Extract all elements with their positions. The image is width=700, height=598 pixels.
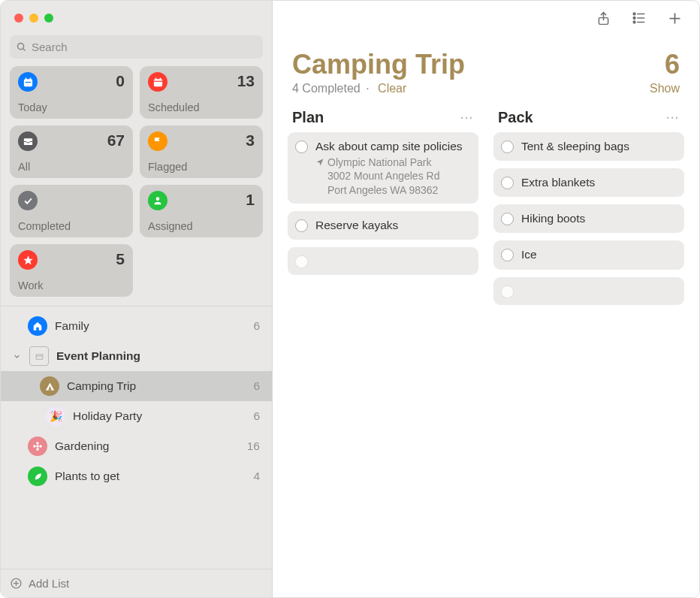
new-reminder-placeholder[interactable] <box>493 277 684 305</box>
checkmark-icon <box>18 191 38 210</box>
chevron-down-icon <box>11 352 22 361</box>
window-controls <box>1 1 272 31</box>
svg-point-0 <box>18 44 24 50</box>
svg-line-1 <box>23 49 26 51</box>
sidebar: 0 Today 13 Scheduled 67 <box>1 1 273 597</box>
svg-rect-7 <box>155 77 156 80</box>
list-label: Plants to get <box>55 470 246 483</box>
calendar-today-icon <box>18 72 38 92</box>
svg-point-10 <box>156 197 160 201</box>
smart-all[interactable]: 67 All <box>10 125 133 178</box>
svg-point-15 <box>36 442 39 445</box>
smart-scheduled[interactable]: 13 Scheduled <box>140 66 263 119</box>
plus-circle-icon <box>10 577 23 590</box>
complete-toggle <box>501 285 514 298</box>
reminder-item[interactable]: Hiking boots <box>493 204 684 233</box>
smart-today-label: Today <box>18 101 125 113</box>
flower-icon <box>28 436 47 456</box>
main-content: Camping Trip 6 4 Completed · Clear Show … <box>273 1 699 597</box>
smart-lists: 0 Today 13 Scheduled 67 <box>1 66 272 306</box>
my-lists: Family 6 Event Planning Camping Trip 6 <box>1 306 272 569</box>
smart-flagged[interactable]: 3 Flagged <box>140 125 263 178</box>
reminder-item[interactable]: Ask about camp site policies Olympic Nat… <box>288 132 478 204</box>
reminder-title: Ask about camp site policies <box>315 139 469 154</box>
smart-assigned[interactable]: 1 Assigned <box>140 185 263 237</box>
section-plan: Plan ··· Ask about camp site policies <box>288 109 478 305</box>
smart-all-label: All <box>18 161 125 173</box>
smart-completed[interactable]: Completed <box>10 185 133 237</box>
add-list-button[interactable]: Add List <box>1 569 272 597</box>
list-holiday-party[interactable]: 🎉 Holiday Party 6 <box>1 401 272 431</box>
section-menu-button[interactable]: ··· <box>666 112 680 124</box>
list-gardening[interactable]: Gardening 16 <box>1 431 272 461</box>
smart-flagged-label: Flagged <box>148 161 255 173</box>
smart-scheduled-count: 13 <box>237 72 255 90</box>
reminder-title: Extra blankets <box>521 175 675 190</box>
completed-count-label: 4 Completed <box>292 82 361 95</box>
person-icon <box>148 191 167 210</box>
svg-rect-5 <box>25 81 31 82</box>
smart-all-count: 67 <box>107 131 125 150</box>
show-completed-button[interactable]: Show <box>650 82 680 95</box>
reminder-item[interactable]: Ice <box>493 240 684 269</box>
smart-assigned-label: Assigned <box>148 220 255 232</box>
list-header: Camping Trip 6 4 Completed · Clear Show <box>273 35 699 97</box>
list-title: Camping Trip <box>292 49 465 80</box>
complete-toggle[interactable] <box>295 140 308 153</box>
location-icon <box>315 156 324 197</box>
separator-dot: · <box>366 82 369 95</box>
svg-point-23 <box>633 13 635 15</box>
view-options-button[interactable] <box>631 10 647 26</box>
group-label: Event Planning <box>56 349 260 363</box>
reminder-location: Olympic National Park 3002 Mount Angeles… <box>315 156 469 197</box>
location-name: Olympic National Park <box>327 156 439 169</box>
list-count: 6 <box>253 379 260 393</box>
svg-rect-9 <box>153 80 161 81</box>
svg-point-16 <box>36 448 39 451</box>
add-reminder-button[interactable] <box>667 11 683 26</box>
section-menu-button[interactable]: ··· <box>460 112 474 124</box>
list-plants[interactable]: Plants to get 4 <box>1 461 272 491</box>
svg-rect-12 <box>36 354 43 359</box>
reminder-title: Tent & sleeping bags <box>521 139 675 154</box>
app-window: 0 Today 13 Scheduled 67 <box>0 0 700 598</box>
complete-toggle[interactable] <box>501 140 514 153</box>
smart-today-count: 0 <box>116 72 125 90</box>
smart-work[interactable]: 5 Work <box>10 244 133 297</box>
svg-rect-4 <box>29 77 31 80</box>
smart-flagged-count: 3 <box>246 131 255 150</box>
complete-toggle[interactable] <box>295 219 308 232</box>
smart-completed-label: Completed <box>18 220 125 232</box>
list-camping-trip[interactable]: Camping Trip 6 <box>1 371 272 401</box>
smart-assigned-count: 1 <box>246 191 255 209</box>
reminder-title: Reserve kayaks <box>315 218 469 233</box>
list-count: 6 <box>253 319 260 333</box>
group-event-planning[interactable]: Event Planning <box>1 341 272 371</box>
minimize-window-button[interactable] <box>29 14 38 23</box>
close-window-button[interactable] <box>14 14 23 23</box>
svg-point-18 <box>39 445 42 448</box>
complete-toggle[interactable] <box>501 213 514 225</box>
complete-toggle[interactable] <box>501 249 514 261</box>
reminder-item[interactable]: Extra blankets <box>493 168 684 197</box>
reminder-item[interactable]: Tent & sleeping bags <box>493 132 684 161</box>
clear-completed-button[interactable]: Clear <box>378 82 406 95</box>
svg-rect-8 <box>159 77 161 80</box>
complete-toggle[interactable] <box>501 177 514 189</box>
zoom-window-button[interactable] <box>44 14 53 23</box>
smart-today[interactable]: 0 Today <box>10 66 133 119</box>
smart-scheduled-label: Scheduled <box>148 101 255 113</box>
new-reminder-placeholder[interactable] <box>288 247 478 275</box>
list-family[interactable]: Family 6 <box>1 311 272 341</box>
reminder-item[interactable]: Reserve kayaks <box>288 211 478 240</box>
folder-icon <box>29 346 49 366</box>
svg-point-17 <box>33 445 36 448</box>
svg-rect-3 <box>25 77 26 80</box>
svg-point-24 <box>633 17 635 20</box>
search-input[interactable] <box>32 41 257 53</box>
share-button[interactable] <box>596 11 611 26</box>
smart-work-count: 5 <box>116 250 125 268</box>
list-label: Camping Trip <box>67 379 246 393</box>
complete-toggle <box>295 255 308 268</box>
search-field[interactable] <box>10 35 263 59</box>
